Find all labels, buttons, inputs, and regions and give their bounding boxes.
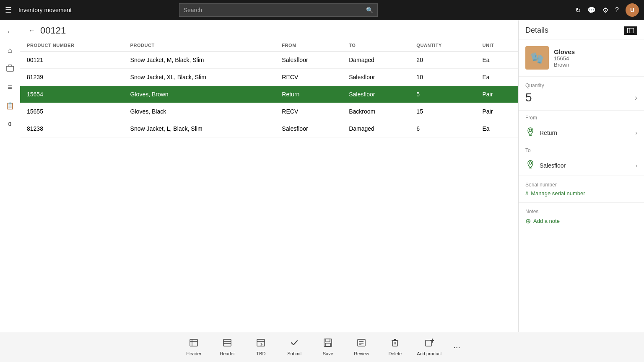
cell-to: Damaged	[342, 52, 410, 69]
from-row-left: Return	[525, 127, 557, 139]
save-label: Save	[323, 351, 333, 356]
delete-label: Delete	[388, 351, 402, 356]
add-note-button[interactable]: ⊕ Add a note	[525, 217, 637, 225]
back-arrow-icon: ←	[7, 28, 13, 36]
serial-number-section: Serial number # Manage serial number	[519, 176, 644, 203]
svg-point-3	[529, 129, 532, 132]
product-info: 🧤 Gloves 15654 Brown	[519, 39, 644, 77]
notes-label: Notes	[525, 209, 637, 215]
top-bar: ☰ Inventory movement 🔍 ↻ 💬 ⚙ ? U	[0, 0, 644, 20]
svg-rect-0	[7, 66, 13, 71]
table-row[interactable]: 15655Gloves, BlackRECVBackroom15Pair	[20, 103, 518, 120]
save-icon	[323, 338, 332, 349]
toolbar-review-button[interactable]: Review	[345, 332, 378, 362]
sidebar-item-back[interactable]: ←	[2, 23, 18, 40]
from-value: Return	[540, 129, 557, 136]
inventory-table: PRODUCT NUMBER PRODUCT FROM TO QUANTITY …	[20, 39, 518, 137]
settings-icon[interactable]: ⚙	[602, 6, 608, 14]
page-title: 00121	[40, 25, 66, 36]
toolbar-save-button[interactable]: Save	[311, 332, 345, 362]
delete-icon	[390, 338, 400, 349]
header2-label: Header	[220, 351, 235, 356]
add-product-icon	[425, 338, 434, 349]
product-color: Brown	[554, 62, 575, 68]
refresh-icon[interactable]: ↻	[575, 6, 581, 14]
search-bar[interactable]: 🔍	[179, 3, 378, 17]
toolbar-add-product-button[interactable]: Add product	[412, 332, 447, 362]
toolbar-submit-button[interactable]: Submit	[278, 332, 311, 362]
cell-quantity: 20	[410, 52, 475, 69]
hamburger-menu-icon[interactable]: ☰	[5, 5, 12, 15]
review-label: Review	[354, 351, 369, 356]
main-layout: ← ⌂ ≡ 📋 0 ← 00121	[0, 20, 644, 332]
details-panel: Details 🧤 Gloves 15654 Brown Quantity	[518, 20, 644, 332]
location-to-icon	[525, 159, 535, 171]
table-header-row: PRODUCT NUMBER PRODUCT FROM TO QUANTITY …	[20, 39, 518, 52]
svg-rect-18	[326, 339, 330, 342]
comment-icon[interactable]: 💬	[587, 6, 596, 14]
toolbar-more-button[interactable]: ···	[447, 332, 467, 362]
from-row[interactable]: Return ›	[519, 122, 644, 143]
bottom-toolbar: Header Header TBD Submit	[0, 332, 644, 362]
quantity-label: Quantity	[525, 83, 637, 88]
content-area: ← 00121 PRODUCT NUMBER PRODUCT FROM TO Q…	[20, 20, 644, 332]
sidebar-badge[interactable]: 0	[2, 116, 18, 132]
from-section-label: From	[519, 111, 644, 122]
to-row[interactable]: Salesfloor ›	[519, 155, 644, 176]
box-icon	[5, 63, 15, 74]
sidebar-item-clipboard[interactable]: 📋	[2, 97, 18, 114]
details-expand-button[interactable]	[624, 26, 637, 35]
list-icon: ≡	[8, 83, 12, 92]
table-row[interactable]: 00121Snow Jacket, M, Black, SlimSalesflo…	[20, 52, 518, 69]
cell-product: Gloves, Black	[124, 103, 275, 120]
table-row[interactable]: 81239Snow Jacket, XL, Black, SlimRECVSal…	[20, 69, 518, 86]
submit-label: Submit	[287, 351, 301, 356]
cell-product: Snow Jacket, XL, Black, Slim	[124, 69, 275, 86]
product-image: 🧤	[525, 46, 549, 70]
toolbar-header1-button[interactable]: Header	[177, 332, 210, 362]
header1-label: Header	[186, 351, 201, 356]
sidebar-item-list[interactable]: ≡	[2, 79, 18, 96]
clipboard-icon: 📋	[6, 102, 14, 110]
cell-unit: Pair	[475, 86, 518, 103]
col-unit: UNIT	[475, 39, 518, 52]
toolbar-delete-button[interactable]: Delete	[378, 332, 412, 362]
hash-icon: #	[525, 190, 528, 197]
toolbar-header2-button[interactable]: Header	[210, 332, 244, 362]
help-icon[interactable]: ?	[615, 6, 619, 14]
add-note-icon: ⊕	[525, 217, 531, 225]
cell-to: Salesfloor	[342, 69, 410, 86]
to-value: Salesfloor	[540, 162, 566, 169]
sidebar-item-home[interactable]: ⌂	[2, 42, 18, 59]
toolbar-tbd-button[interactable]: TBD	[244, 332, 278, 362]
cell-unit: Ea	[475, 52, 518, 69]
quantity-value: 5	[525, 91, 532, 104]
notes-section: Notes ⊕ Add a note	[519, 203, 644, 231]
svg-rect-15	[257, 339, 265, 346]
cell-from: RECV	[275, 103, 342, 120]
serial-link-text: Manage serial number	[531, 190, 585, 197]
header1-icon	[189, 338, 198, 349]
manage-serial-link[interactable]: # Manage serial number	[525, 190, 637, 197]
location-from-icon	[525, 127, 535, 139]
cell-product-number: 15654	[20, 86, 124, 103]
col-to: TO	[342, 39, 410, 52]
back-button[interactable]: ←	[29, 27, 35, 34]
search-input[interactable]	[184, 7, 366, 13]
cell-unit: Ea	[475, 120, 518, 137]
svg-rect-19	[325, 343, 330, 346]
table-row[interactable]: 15654Gloves, BrownReturnSalesfloor5Pair	[20, 86, 518, 103]
tbd-label: TBD	[256, 351, 265, 356]
quantity-chevron[interactable]: ›	[635, 93, 637, 102]
sidebar-item-inventory[interactable]	[2, 60, 18, 77]
cell-product: Snow Jacket, M, Black, Slim	[124, 52, 275, 69]
cell-to: Salesfloor	[342, 86, 410, 103]
table-row[interactable]: 81238Snow Jacket, L, Black, SlimSalesflo…	[20, 120, 518, 137]
cell-to: Damaged	[342, 120, 410, 137]
product-number: 15654	[554, 55, 575, 62]
more-icon: ···	[453, 342, 460, 352]
avatar[interactable]: U	[626, 3, 639, 17]
svg-rect-24	[392, 341, 397, 346]
home-icon: ⌂	[8, 46, 12, 55]
table-container: PRODUCT NUMBER PRODUCT FROM TO QUANTITY …	[20, 39, 518, 332]
